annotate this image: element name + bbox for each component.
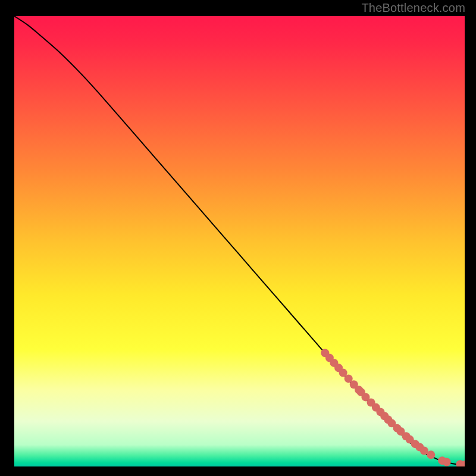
chart-frame: { "attribution": "TheBottleneck.com", "c… (0, 0, 476, 476)
plot-background (14, 16, 465, 466)
marker-point (461, 461, 469, 469)
marker-point (443, 458, 451, 466)
marker-point (427, 450, 435, 459)
attribution-text: TheBottleneck.com (361, 1, 465, 15)
chart-plot (0, 0, 476, 476)
